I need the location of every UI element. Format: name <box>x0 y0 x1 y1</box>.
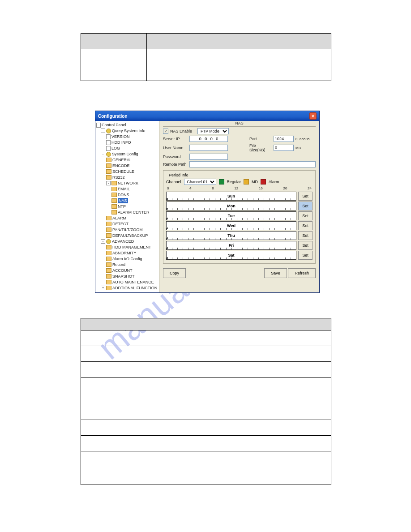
tree-item[interactable]: SNAPSHOT <box>96 274 158 279</box>
tree-item-label: ALARM <box>112 215 126 221</box>
set-button[interactable]: Set <box>298 202 313 210</box>
tree-item-label: ABNORMITY <box>112 250 137 256</box>
set-button[interactable]: Set <box>298 211 313 220</box>
expand-icon[interactable]: - <box>106 181 111 185</box>
tree-item-label: RS232 <box>112 175 125 180</box>
tree-item-label: Record <box>112 262 125 267</box>
day-row: SunSet <box>166 192 313 201</box>
tree-item[interactable]: -NETWORK <box>96 180 158 186</box>
folder-icon <box>111 210 117 215</box>
tree-item[interactable]: Record <box>96 262 158 268</box>
set-button[interactable]: Set <box>298 241 313 250</box>
close-icon[interactable]: × <box>309 112 317 120</box>
day-row: TueSet <box>166 211 313 220</box>
nas-enable-label: NAS Enable <box>170 129 192 133</box>
tree-item[interactable]: HDD INFO <box>96 140 158 146</box>
gear-icon <box>106 152 111 157</box>
tree-item[interactable]: GENERAL <box>96 157 158 163</box>
tree-item[interactable]: -Query System Info <box>96 128 158 134</box>
username-input[interactable] <box>189 145 228 151</box>
channel-select[interactable]: Channel 01 <box>184 179 216 185</box>
tree-item[interactable]: NTP <box>96 204 158 210</box>
folder-icon <box>106 216 111 220</box>
tree-item[interactable]: RS232 <box>96 175 158 180</box>
password-input[interactable] <box>189 154 228 160</box>
folder-icon <box>106 245 111 249</box>
tree-item-label: NAS <box>118 198 128 203</box>
filesize-input[interactable] <box>274 145 294 151</box>
tree-item-label: EMAIL <box>118 186 130 192</box>
tree-item[interactable]: ALARM CENTER <box>96 210 158 215</box>
save-button[interactable]: Save <box>264 268 287 278</box>
day-row: WedSet <box>166 221 313 230</box>
expand-icon[interactable]: - <box>101 129 105 133</box>
page-icon <box>106 134 111 139</box>
tree-item-label: ADVANCED <box>112 239 134 244</box>
gear-icon <box>106 239 111 244</box>
tree-item-label: Alarm I/O Config <box>112 256 142 262</box>
folder-icon <box>106 286 111 290</box>
tree-item[interactable]: SCHEDULE <box>96 169 158 175</box>
copy-button[interactable]: Copy <box>163 268 186 278</box>
mode-select[interactable]: FTP Mode <box>197 128 229 134</box>
remotepath-input[interactable] <box>189 161 316 167</box>
tree-item[interactable]: -ADVANCED <box>96 239 158 245</box>
day-timeline[interactable]: Thu <box>166 231 296 240</box>
expand-icon[interactable]: - <box>101 152 105 156</box>
time-scale: 04812162024 <box>166 186 313 191</box>
day-timeline[interactable]: Tue <box>166 211 296 220</box>
expand-icon[interactable]: + <box>101 286 105 290</box>
set-button[interactable]: Set <box>298 221 313 230</box>
top-table <box>81 33 331 81</box>
tree-item[interactable]: VERSION <box>96 134 158 140</box>
tree-item[interactable]: EMAIL <box>96 186 158 192</box>
expand-icon[interactable]: - <box>101 239 105 244</box>
tree-item[interactable]: HDD MANAGEMENT <box>96 245 158 250</box>
page-icon <box>106 140 111 145</box>
channel-label: Channel <box>166 180 181 184</box>
day-timeline[interactable]: Fri <box>166 241 296 250</box>
tree-root[interactable]: Control Panel <box>96 122 158 128</box>
tree-item-label: DETECT <box>112 221 128 227</box>
set-button[interactable]: Set <box>298 251 313 260</box>
day-timeline[interactable]: Mon <box>166 202 296 210</box>
set-button[interactable]: Set <box>298 231 313 240</box>
tree-item[interactable]: ENCODE <box>96 163 158 169</box>
server-ip-input[interactable] <box>189 136 228 142</box>
day-timeline[interactable]: Sat <box>166 251 296 260</box>
t1-h2 <box>147 34 331 49</box>
tree-item[interactable]: ALARM <box>96 215 158 221</box>
day-timeline[interactable]: Sun <box>166 192 296 201</box>
md-swatch-icon <box>244 179 249 184</box>
username-label: User Name <box>163 146 188 150</box>
folder-icon <box>111 204 117 209</box>
tree-item-label: System Config <box>112 151 138 157</box>
tree-item[interactable]: DDNS <box>96 192 158 198</box>
tree-item-label: VERSION <box>111 134 130 139</box>
port-input[interactable] <box>274 136 294 142</box>
refresh-button[interactable]: Refresh <box>288 268 316 278</box>
gear-icon <box>106 129 111 133</box>
port-range: 0~65535 <box>295 137 316 141</box>
nav-tree[interactable]: Control Panel -Query System InfoVERSIONH… <box>95 121 159 292</box>
folder-icon <box>106 158 111 162</box>
section-title: NAS <box>159 121 319 125</box>
folder-icon <box>106 268 111 273</box>
tree-item[interactable]: +ADDTIONAL FUNCTION <box>96 285 158 291</box>
set-button[interactable]: Set <box>298 192 313 201</box>
tree-item[interactable]: AUTO MAINTENANCE <box>96 279 158 285</box>
tree-item[interactable]: -System Config <box>96 151 158 157</box>
nas-enable-checkbox[interactable]: ✓ <box>163 129 168 134</box>
day-timeline[interactable]: Wed <box>166 221 296 230</box>
tree-item[interactable]: LOG <box>96 146 158 151</box>
folder-icon <box>111 198 117 203</box>
tree-item[interactable]: NAS <box>96 198 158 204</box>
tree-item-label: ADDTIONAL FUNCTION <box>112 285 157 291</box>
tree-item[interactable]: Alarm I/O Config <box>96 256 158 262</box>
tree-item[interactable]: DEFAULT/BACKUP <box>96 233 158 239</box>
tree-item-label: AUTO MAINTENANCE <box>112 279 154 285</box>
tree-item[interactable]: ACCOUNT <box>96 268 158 274</box>
tree-item[interactable]: DETECT <box>96 221 158 227</box>
tree-item[interactable]: ABNORMITY <box>96 250 158 256</box>
tree-item[interactable]: PAN/TILT/ZOOM <box>96 227 158 233</box>
